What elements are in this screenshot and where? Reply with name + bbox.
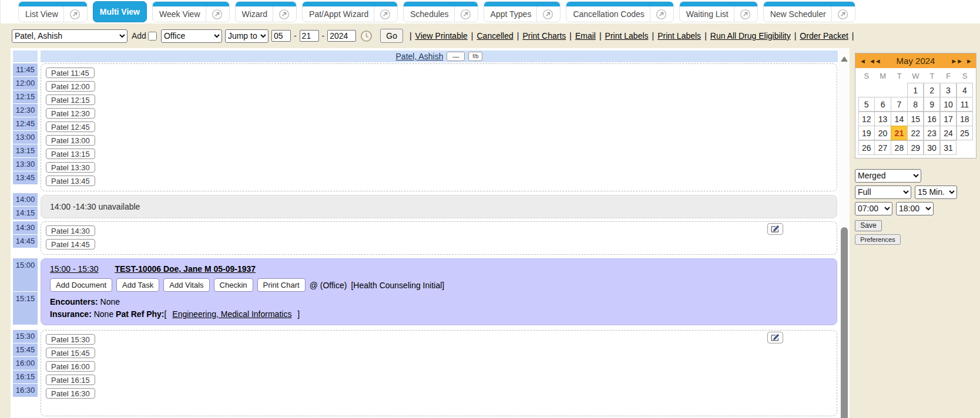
- slot-button[interactable]: Patel 16:00: [46, 361, 95, 372]
- link-print-labels-1[interactable]: Print Labels: [605, 31, 649, 41]
- calendar-prev-double-icon[interactable]: ◄◄: [869, 58, 881, 65]
- external-link-icon[interactable]: [278, 9, 290, 20]
- slot-button[interactable]: Patel 11:45: [46, 68, 95, 78]
- link-run-all-drug-eligibility[interactable]: Run All Drug Eligibility: [710, 31, 791, 41]
- calendar-date-cell[interactable]: 7: [891, 97, 907, 112]
- add-task-button[interactable]: Add Task: [116, 278, 159, 292]
- link-cancelled[interactable]: Cancelled: [476, 31, 513, 41]
- scrollbar-up-arrow-icon[interactable]: [841, 56, 848, 62]
- external-link-icon[interactable]: [656, 9, 667, 20]
- link-email[interactable]: Email: [575, 31, 596, 41]
- calendar-date-cell[interactable]: 18: [956, 112, 973, 126]
- calendar-date-cell[interactable]: 22: [907, 126, 924, 140]
- calendar-date-cell[interactable]: 20: [874, 126, 891, 140]
- external-link-icon[interactable]: [460, 9, 471, 20]
- tab-waiting-list[interactable]: Waiting List: [679, 1, 758, 22]
- calendar-date-cell[interactable]: 13: [874, 112, 891, 126]
- add-vitals-button[interactable]: Add Vitals: [163, 278, 209, 292]
- calendar-date-cell[interactable]: 16: [924, 112, 940, 126]
- edit-section-button[interactable]: [767, 223, 783, 235]
- calendar-date-cell[interactable]: 8: [907, 97, 924, 112]
- tab-list-view[interactable]: List View: [18, 1, 88, 22]
- calendar-date-cell[interactable]: 14: [891, 112, 907, 126]
- interval-select[interactable]: 15 Min.: [915, 186, 957, 199]
- slot-button[interactable]: Patel 14:45: [46, 239, 95, 250]
- link-print-labels-2[interactable]: Print Labels: [657, 31, 701, 41]
- calendar-date-cell[interactable]: 23: [924, 126, 940, 140]
- save-button[interactable]: Save: [855, 220, 882, 231]
- calendar-date-cell[interactable]: 12: [858, 112, 875, 126]
- calendar-date-cell[interactable]: 27: [874, 140, 891, 155]
- tab-new-scheduler[interactable]: New Scheduler: [763, 1, 855, 22]
- slot-button[interactable]: Patel 13:45: [46, 176, 95, 186]
- preferences-button[interactable]: Preferences: [855, 234, 901, 245]
- slot-button[interactable]: Patel 16:15: [46, 375, 95, 385]
- add-checkbox[interactable]: [148, 32, 157, 41]
- calendar-date-cell[interactable]: 9: [924, 97, 940, 112]
- calendar-date-cell[interactable]: 26: [858, 140, 875, 155]
- collapse-column-button[interactable]: —: [447, 52, 465, 61]
- calendar-date-cell[interactable]: 30: [924, 140, 940, 155]
- calendar-date-cell[interactable]: 28: [891, 140, 907, 155]
- checkin-button[interactable]: Checkin: [214, 278, 253, 292]
- jump-to-select[interactable]: Jump to: [225, 29, 269, 43]
- link-print-charts[interactable]: Print Charts: [522, 31, 566, 41]
- edit-section-button[interactable]: [767, 332, 783, 343]
- print-chart-button[interactable]: Print Chart: [257, 278, 306, 292]
- external-link-icon[interactable]: [837, 9, 848, 20]
- slot-button[interactable]: Patel 15:45: [46, 348, 95, 358]
- facility-select[interactable]: Office: [161, 29, 222, 43]
- link-view-printable[interactable]: View Printable: [415, 31, 468, 41]
- tab-week-view[interactable]: Week View: [152, 1, 230, 22]
- slot-button[interactable]: Patel 12:00: [46, 81, 95, 92]
- clock-icon[interactable]: [360, 30, 372, 42]
- tab-cancellation-codes[interactable]: Cancellation Codes: [566, 1, 673, 22]
- slot-button[interactable]: Patel 15:30: [46, 334, 95, 345]
- slot-button[interactable]: Patel 14:30: [46, 225, 95, 236]
- slot-button[interactable]: Patel 13:30: [46, 162, 95, 173]
- slot-button[interactable]: Patel 12:15: [46, 95, 95, 105]
- calendar-next-double-icon[interactable]: ►►: [951, 58, 962, 65]
- calendar-date-cell[interactable]: 19: [858, 126, 875, 140]
- date-year-input[interactable]: [327, 30, 356, 42]
- link-order-packet[interactable]: Order Packet: [800, 31, 848, 41]
- calendar-date-cell[interactable]: 6: [874, 97, 891, 112]
- scrollbar-thumb[interactable]: [841, 227, 848, 418]
- date-month-input[interactable]: [271, 30, 291, 42]
- calendar-date-cell-selected[interactable]: 21: [891, 126, 907, 140]
- fb-button[interactable]: f/b: [468, 52, 482, 61]
- external-link-icon[interactable]: [380, 9, 391, 20]
- calendar-date-cell[interactable]: 5: [858, 97, 875, 112]
- calendar-date-cell[interactable]: 15: [907, 112, 924, 126]
- go-button[interactable]: Go: [380, 29, 403, 43]
- tab-schedules[interactable]: Schedules: [403, 1, 478, 22]
- external-link-icon[interactable]: [212, 9, 223, 20]
- calendar-date-cell[interactable]: 29: [907, 140, 924, 155]
- slot-button[interactable]: Patel 13:00: [46, 135, 95, 146]
- slot-button[interactable]: Patel 16:30: [46, 388, 95, 399]
- provider-select[interactable]: Patel, Ashish: [12, 29, 127, 43]
- view-mode-select[interactable]: Merged: [855, 169, 921, 183]
- calendar-date-cell[interactable]: 3: [940, 83, 956, 97]
- external-link-icon[interactable]: [740, 9, 751, 20]
- calendar-date-cell[interactable]: 2: [924, 83, 940, 97]
- calendar-next-single-icon[interactable]: ►: [966, 58, 972, 65]
- ref-phy-link[interactable]: Engineering, Medical Informatics: [172, 309, 291, 319]
- provider-header-link[interactable]: Patel, Ashish: [396, 52, 444, 61]
- slot-button[interactable]: Patel 13:15: [46, 149, 95, 159]
- calendar-date-cell[interactable]: 10: [940, 97, 956, 112]
- end-time-select[interactable]: 18:00: [896, 202, 934, 215]
- vertical-scrollbar[interactable]: [839, 48, 850, 418]
- calendar-date-cell[interactable]: 1: [907, 83, 924, 97]
- calendar-date-cell[interactable]: 11: [956, 97, 973, 112]
- zoom-select[interactable]: Full: [855, 186, 911, 199]
- slot-button[interactable]: Patel 12:30: [46, 108, 95, 119]
- external-link-icon[interactable]: [542, 9, 553, 20]
- tab-wizard[interactable]: Wizard: [235, 1, 297, 22]
- calendar-date-cell[interactable]: 4: [956, 83, 973, 97]
- external-link-icon[interactable]: [69, 9, 80, 20]
- calendar-date-cell[interactable]: 24: [940, 126, 956, 140]
- calendar-date-cell[interactable]: 31: [940, 140, 956, 155]
- calendar-date-cell[interactable]: 25: [956, 126, 973, 140]
- start-time-select[interactable]: 07:00: [855, 202, 892, 215]
